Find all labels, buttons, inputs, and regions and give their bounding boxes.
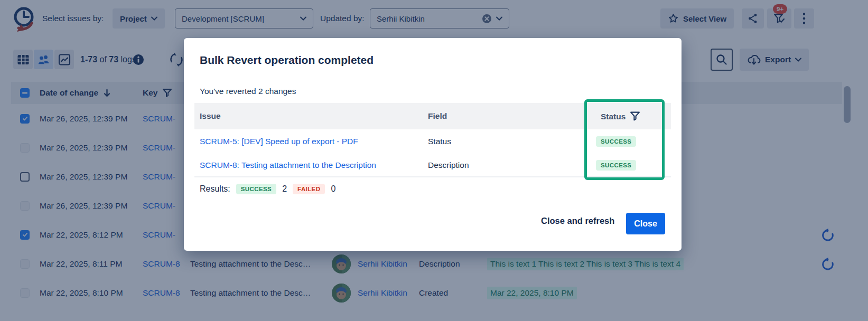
success-badge: SUCCESS [236,184,276,194]
results-label: Results: [200,184,230,194]
revert-table-header: Issue Field Status [194,103,671,129]
dialog-title: Bulk Revert operation completed [200,54,374,67]
revert-field: Description [428,160,469,170]
success-count: 2 [282,184,287,194]
field-column-label: Field [428,111,447,121]
revert-results-table: Issue Field Status SCRUM-5: [DEV] Speed … [194,103,671,177]
revert-issue-link[interactable]: SCRUM-8: Testing attachment to the Descr… [200,160,376,170]
issue-column-label: Issue [200,111,221,121]
status-filter-funnel-icon[interactable] [630,111,640,121]
app-window: Select issues by: Project Development [S… [0,0,868,321]
close-and-refresh-button[interactable]: Close and refresh [538,215,618,226]
revert-result-row: SCRUM-5: [DEV] Speed up of export - PDF … [194,129,671,153]
failed-badge: FAILED [293,184,325,194]
results-summary: Results: SUCCESS 2 FAILED 0 [200,184,335,194]
revert-field: Status [428,137,451,146]
failed-count: 0 [331,184,335,194]
revert-result-row: SCRUM-8: Testing attachment to the Descr… [194,153,671,177]
revert-issue-link[interactable]: SCRUM-5: [DEV] Speed up of export - PDF [200,137,358,146]
status-badge: SUCCESS [596,136,636,147]
status-column-label: Status [601,111,626,121]
close-button[interactable]: Close [626,213,665,234]
bulk-revert-dialog: Bulk Revert operation completed You've r… [184,38,682,251]
dialog-subtitle: You've reverted 2 changes [200,87,296,96]
status-badge: SUCCESS [596,160,636,171]
